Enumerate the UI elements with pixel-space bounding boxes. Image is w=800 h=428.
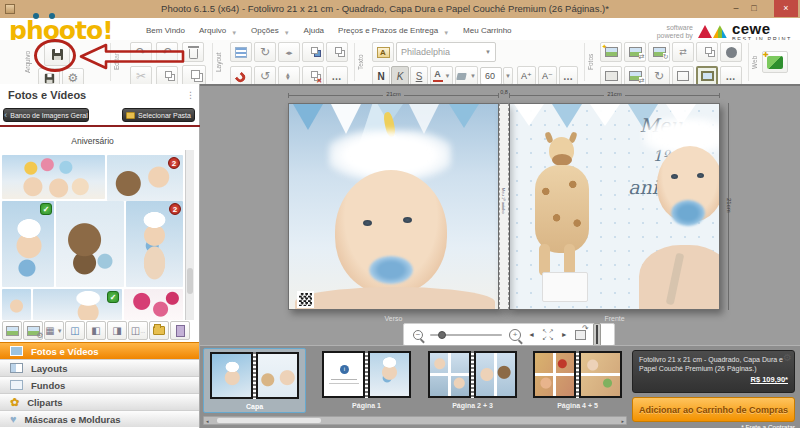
page-verso[interactable] xyxy=(288,103,499,310)
single-page-left-button[interactable]: ◧ xyxy=(86,321,106,340)
panel-fundos[interactable]: Fundos xyxy=(0,376,199,393)
fill-color-button[interactable]: ▼ xyxy=(455,66,478,86)
font-size-input[interactable]: 60 xyxy=(480,67,502,85)
menu-arquivo[interactable]: Arquivo▼ xyxy=(199,26,237,35)
rotate-photo-button[interactable]: ↻ xyxy=(648,66,670,86)
flip-v-icon: ◂▸ xyxy=(286,72,293,79)
photo-thumbnail[interactable] xyxy=(56,201,124,287)
zoom-slider[interactable] xyxy=(430,334,502,336)
cake-smear xyxy=(671,200,705,226)
swap-two-button[interactable]: ⇄ xyxy=(624,66,646,86)
bring-front-button[interactable] xyxy=(302,42,324,62)
bank-images-button[interactable]: ‹ Banco de Imagens Geral xyxy=(3,108,89,122)
caption-frente: Frente xyxy=(509,315,720,322)
exit-panel-button[interactable] xyxy=(170,321,190,340)
frame-button[interactable] xyxy=(600,66,622,86)
scrollbar-thumb[interactable] xyxy=(217,418,321,423)
ungroup-button[interactable]: ✕ xyxy=(302,66,324,86)
add-photo-button[interactable]: ✦ xyxy=(600,42,622,62)
italic-button[interactable]: K xyxy=(391,66,409,86)
group-divider xyxy=(748,43,749,81)
send-back-button[interactable] xyxy=(326,42,348,62)
single-page-right-button[interactable]: ◨ xyxy=(107,321,127,340)
rotate-cw-button[interactable]: ↻ xyxy=(254,42,276,62)
book-spine[interactable]: Meu 1º aninho xyxy=(499,103,509,310)
more-dots-icon[interactable]: ⋮ xyxy=(186,90,195,100)
text-more-button[interactable]: … xyxy=(559,66,578,86)
zoom-in-icon[interactable]: + xyxy=(509,329,521,341)
menu-bem-vindo[interactable]: Bem Vindo xyxy=(146,26,185,35)
menu-ajuda[interactable]: Ajuda xyxy=(304,26,324,35)
filmstrip-scrollbar[interactable]: ◂ ▸ xyxy=(203,416,627,425)
filmstrip-capa[interactable]: Capa xyxy=(203,348,306,413)
sidebar-scrollbar[interactable] xyxy=(185,150,194,320)
rotate-ccw-button[interactable]: ↺ xyxy=(254,66,276,86)
filmstrip-pagina-2-3[interactable]: Página 2 + 3 xyxy=(428,351,517,409)
layout-more-button[interactable]: … xyxy=(326,66,348,86)
font-smaller-button[interactable]: A⁻ xyxy=(538,66,557,86)
spread-view-toggle[interactable] xyxy=(593,323,601,346)
import-folder-button[interactable] xyxy=(149,321,169,340)
panel-layouts[interactable]: Layouts xyxy=(0,359,199,376)
photo-gear-icon xyxy=(27,326,40,336)
photo-table-button[interactable] xyxy=(672,66,694,86)
minimize-button[interactable]: – xyxy=(728,0,744,17)
panel-cliparts[interactable]: ✿ Cliparts xyxy=(0,393,199,410)
title-bar[interactable]: Phooto 6.1.5 (x64) - Fotolivro 21 x 21 c… xyxy=(0,0,800,18)
photo-hide-button[interactable] xyxy=(720,42,742,62)
bold-button[interactable]: N xyxy=(372,66,390,86)
photo-thumbnail[interactable] xyxy=(124,289,183,320)
phooto-app-window: Phooto 6.1.5 (x64) - Fotolivro 21 x 21 c… xyxy=(0,0,800,428)
menu-meu-carrinho[interactable]: Meu Carrinho xyxy=(463,26,511,35)
photo-thumbnail[interactable] xyxy=(2,155,105,199)
zoom-slider-handle[interactable] xyxy=(438,331,446,339)
fit-screen-icon[interactable]: ↖ ↗ ↙ ↘ xyxy=(542,328,554,341)
maximize-button[interactable]: □ xyxy=(746,0,762,17)
underline-button[interactable]: S xyxy=(410,66,428,86)
scroll-left-icon[interactable]: ◂ xyxy=(206,417,209,425)
view-grid-button[interactable]: ▦▼ xyxy=(44,321,64,340)
photo-settings-button[interactable] xyxy=(23,321,43,340)
select-folder-button[interactable]: Selecionar Pasta xyxy=(122,108,195,122)
panel-fotos-videos[interactable]: Fotos e Vídeos xyxy=(0,342,199,359)
filmstrip-pagina-1[interactable]: i Página 1 xyxy=(322,351,411,409)
menu-precos[interactable]: Preços e Prazos de Entrega▼ xyxy=(338,26,449,35)
product-price[interactable]: R$ 109,90* xyxy=(639,375,788,384)
menu-opcoes[interactable]: Opções▼ xyxy=(251,26,290,35)
next-page-icon[interactable]: ► xyxy=(561,331,568,338)
photo-thumbnail[interactable] xyxy=(2,289,31,320)
photo-picker-button[interactable] xyxy=(2,321,22,340)
rotate-view-icon[interactable] xyxy=(575,330,586,340)
photo-border-button[interactable] xyxy=(696,66,718,86)
align-lines-button[interactable] xyxy=(230,42,252,62)
snap-magnet-button[interactable] xyxy=(230,66,252,86)
photo-layers-button[interactable] xyxy=(696,42,718,62)
close-button[interactable]: × xyxy=(774,0,798,17)
font-color-button[interactable]: A ▼ xyxy=(430,66,453,86)
panel-mascaras[interactable]: ♥ Máscaras e Molduras xyxy=(0,410,199,427)
font-family-select[interactable]: Philadelphia ▼ xyxy=(396,42,496,62)
swap-icon: ⇄ xyxy=(639,53,645,60)
editor-canvas[interactable]: 21cm 0,8 21cm 21cm Meu 1 xyxy=(200,84,800,345)
web-upload-button[interactable] xyxy=(762,51,788,73)
scroll-right-icon[interactable]: ▸ xyxy=(621,417,624,425)
zoom-out-icon[interactable]: − xyxy=(413,330,423,340)
scrollbar-thumb[interactable] xyxy=(187,268,193,294)
filmstrip-pagina-4-5[interactable]: Página 4 + 5 xyxy=(533,351,622,409)
photo-more-button[interactable]: … xyxy=(720,66,742,86)
flip-v-button[interactable]: ◂▸ xyxy=(278,66,300,86)
page-frente[interactable]: Meu 1º aninho xyxy=(509,103,720,310)
chevron-down-icon: ▼ xyxy=(57,328,63,334)
sidebar-title: Fotos e Vídeos xyxy=(8,89,86,101)
font-bigger-button[interactable]: A⁺ xyxy=(517,66,536,86)
add-to-cart-button[interactable]: Adicionar ao Carrinho de Compras xyxy=(632,397,795,422)
flip-button[interactable]: ◂▸ xyxy=(278,42,300,62)
photo-cart-button[interactable]: ⇄ xyxy=(672,42,694,62)
previous-page-icon[interactable]: ◄ xyxy=(528,331,535,338)
swap-photo-button[interactable]: ⇄ xyxy=(624,42,646,62)
spread-view-button[interactable]: ◫ xyxy=(65,321,85,340)
replace-photo-button[interactable]: ↻ xyxy=(648,42,670,62)
font-size-dropdown[interactable]: ▼ xyxy=(503,67,513,85)
font-style-button[interactable]: A xyxy=(372,42,394,62)
page-numbers-button[interactable]: ◫… xyxy=(128,321,148,340)
